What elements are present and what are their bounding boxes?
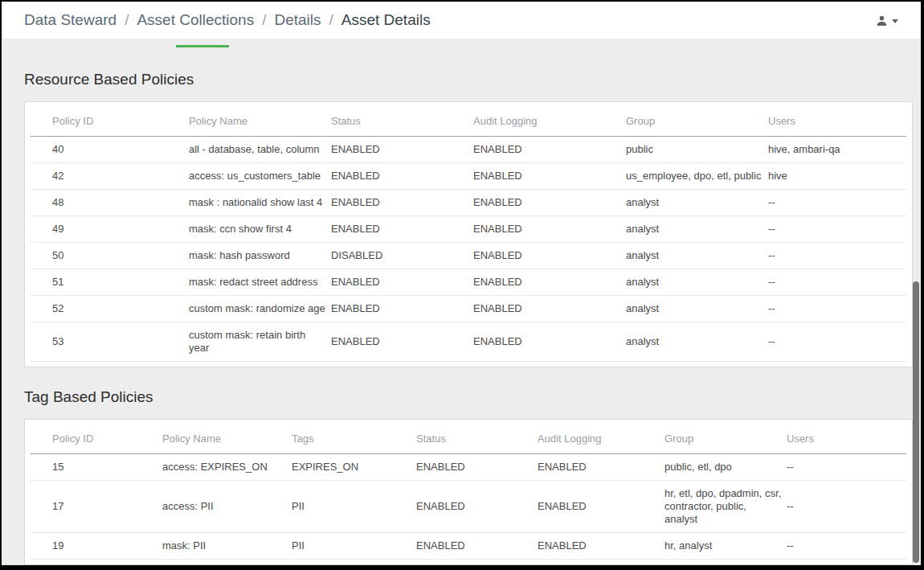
table-row: 52custom mask: randomize ageENABLEDENABL… [31, 296, 906, 322]
breadcrumb-item-asset-collections[interactable]: Asset Collections [137, 11, 254, 29]
user-icon [875, 14, 889, 27]
table-cell: access: EXPIRES_ON [162, 454, 292, 481]
table-cell: mask: ccn show first 4 [189, 216, 331, 243]
breadcrumb-item-asset-details: Asset Details [341, 11, 431, 29]
table-cell: custom mask: randomize age [189, 296, 331, 322]
resource-policies-card: Policy IDPolicy NameStatusAudit LoggingG… [24, 101, 913, 367]
table-cell: ENABLED [473, 243, 626, 269]
breadcrumb-separator: / [125, 11, 129, 29]
table-cell: analyst [626, 216, 768, 243]
table-cell: 40 [31, 137, 189, 163]
table-cell: -- [768, 296, 906, 322]
table-cell: mask: PII [162, 533, 292, 560]
table-cell: ENABLED [331, 137, 473, 163]
table-row: 42access: us_customers_tableENABLEDENABL… [31, 163, 906, 190]
column-header-group: Group [626, 102, 768, 137]
table-row: 17access: PIIPIIENABLEDENABLEDhr, etl, d… [31, 481, 906, 533]
table-cell: ENABLED [473, 269, 626, 296]
tag-policies-card: Policy IDPolicy NameTagsStatusAudit Logg… [24, 419, 913, 565]
table-cell: access: PII [162, 481, 292, 533]
table-cell: ENABLED [473, 322, 626, 362]
table-cell: 50 [31, 243, 189, 269]
table-cell: 17 [31, 481, 162, 533]
column-header-users: Users [787, 420, 906, 454]
table-cell: ENABLED [538, 481, 664, 533]
table-cell: 52 [31, 296, 189, 322]
table-cell: 48 [31, 190, 189, 216]
table-cell: mask: hash password [189, 243, 331, 269]
table-row: 50mask: hash passwordDISABLEDENABLEDanal… [31, 243, 906, 269]
breadcrumb-separator: / [329, 11, 333, 29]
table-cell: ENABLED [331, 163, 473, 190]
table-cell: ENABLED [331, 322, 473, 362]
tag-policies-table: Policy IDPolicy NameTagsStatusAudit Logg… [31, 420, 906, 560]
table-cell: -- [768, 243, 906, 269]
table-cell: ENABLED [473, 137, 626, 163]
resource-table-header-row: Policy IDPolicy NameStatusAudit LoggingG… [31, 102, 906, 137]
table-cell: mask: redact street address [189, 269, 331, 296]
tag-policies-title: Tag Based Policies [24, 367, 921, 408]
table-cell: analyst [626, 243, 768, 269]
user-menu[interactable] [875, 14, 898, 27]
table-cell: all - database, table, column [189, 137, 331, 163]
resource-policies-table: Policy IDPolicy NameStatusAudit LoggingG… [31, 102, 906, 362]
table-cell: public, etl, dpo [664, 454, 787, 481]
table-cell: ENABLED [416, 454, 538, 481]
table-row: 40all - database, table, columnENABLEDEN… [31, 137, 906, 163]
column-header-tags: Tags [292, 420, 416, 454]
table-cell: 49 [31, 216, 189, 243]
breadcrumb-item-data-steward[interactable]: Data Steward [24, 11, 117, 29]
table-cell: -- [768, 190, 906, 216]
table-cell: ENABLED [331, 190, 473, 216]
column-header-status: Status [416, 420, 538, 454]
column-header-policy-name: Policy Name [162, 420, 292, 454]
table-row: 51mask: redact street addressENABLEDENAB… [31, 269, 906, 296]
table-cell: ENABLED [538, 454, 664, 481]
table-cell: analyst [626, 322, 768, 362]
table-cell: mask : nationalid show last 4 [189, 190, 331, 216]
table-cell: hive, ambari-qa [768, 137, 906, 163]
column-header-group: Group [664, 420, 787, 454]
table-cell: access: us_customers_table [189, 163, 331, 190]
table-cell: DISABLED [331, 243, 473, 269]
table-cell: analyst [626, 296, 768, 322]
table-cell: ENABLED [473, 190, 626, 216]
table-cell: PII [292, 533, 416, 560]
main-content: Resource Based Policies Policy IDPolicy … [2, 39, 921, 565]
column-header-audit-logging: Audit Logging [538, 420, 664, 454]
table-cell: -- [787, 481, 906, 533]
table-row: 15access: EXPIRES_ONEXPIRES_ONENABLEDENA… [31, 454, 906, 481]
tag-table-header-row: Policy IDPolicy NameTagsStatusAudit Logg… [31, 420, 906, 454]
scrollbar-thumb[interactable] [913, 281, 919, 563]
breadcrumb: Data Steward/Asset Collections/Details/A… [24, 11, 431, 29]
table-cell: custom mask: retain birth year [189, 322, 331, 362]
table-row: 19mask: PIIPIIENABLEDENABLEDhr, analyst-… [31, 533, 906, 560]
column-header-policy-id: Policy ID [31, 102, 189, 137]
table-cell: -- [787, 454, 906, 481]
active-tab-indicator [176, 45, 229, 47]
table-cell: PII [292, 481, 416, 533]
table-cell: ENABLED [473, 296, 626, 322]
column-header-policy-id: Policy ID [31, 420, 162, 454]
table-row: 48mask : nationalid show last 4ENABLEDEN… [31, 190, 906, 216]
table-cell: us_employee, dpo, etl, public [626, 163, 768, 190]
table-cell: ENABLED [416, 481, 538, 533]
column-header-audit-logging: Audit Logging [473, 102, 626, 137]
table-cell: -- [768, 269, 906, 296]
table-cell: ENABLED [416, 533, 538, 560]
table-cell: EXPIRES_ON [292, 454, 416, 481]
breadcrumb-item-details[interactable]: Details [274, 11, 321, 29]
table-row: 53custom mask: retain birth yearENABLEDE… [31, 322, 906, 362]
table-cell: ENABLED [331, 296, 473, 322]
table-cell: analyst [626, 190, 768, 216]
breadcrumb-separator: / [262, 11, 266, 29]
table-cell: hr, analyst [664, 533, 787, 560]
table-cell: -- [768, 322, 906, 362]
table-cell: public [626, 137, 768, 163]
table-cell: hr, etl, dpo, dpadmin, csr, contractor, … [664, 481, 787, 533]
table-cell: 51 [31, 269, 189, 296]
top-bar: Data Steward/Asset Collections/Details/A… [2, 2, 921, 39]
table-cell: ENABLED [473, 163, 626, 190]
table-cell: 53 [31, 322, 189, 362]
table-cell: hive [768, 163, 906, 190]
